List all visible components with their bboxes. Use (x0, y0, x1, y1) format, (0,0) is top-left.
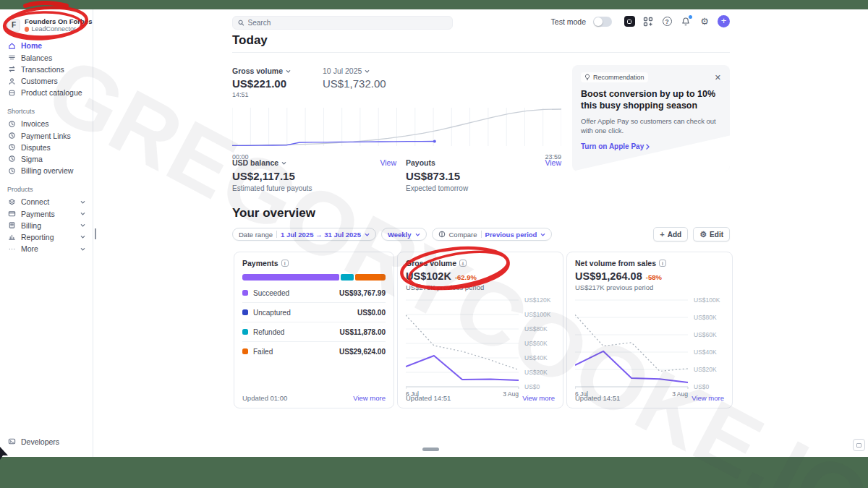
row-label: Uncaptured (253, 309, 291, 317)
info-icon[interactable]: i (659, 260, 666, 267)
status-dot (242, 309, 248, 315)
svg-text:US$0: US$0 (524, 383, 540, 390)
developers-terminal-icon (7, 437, 16, 446)
billing-icon (7, 221, 16, 230)
view-more-link[interactable]: View more (692, 394, 724, 402)
compare-date-row[interactable]: 10 Jul 2025 (323, 67, 386, 75)
sidebar-item-label: Disputes (21, 143, 51, 152)
sidebar-item-more[interactable]: More (6, 243, 87, 254)
usd-balance-subtext: Estimated future payouts (232, 184, 396, 192)
sidebar-item-home[interactable]: Home (6, 40, 87, 51)
apps-grid-icon[interactable] (642, 16, 654, 27)
usd-balance-label: USD balance (232, 158, 278, 167)
sidebar-scrollbar-thumb[interactable] (95, 228, 96, 239)
compare-label: Compare (449, 231, 477, 239)
home-icon (7, 41, 16, 50)
info-icon[interactable]: i (459, 260, 467, 267)
svg-text:US$100K: US$100K (524, 311, 551, 318)
sidebar-item-customers[interactable]: Customers (6, 75, 87, 87)
settings-gear-icon[interactable]: ⚙ (699, 16, 710, 27)
view-more-link[interactable]: View more (353, 394, 386, 402)
sidebar-item-invoices[interactable]: Invoices (6, 118, 87, 129)
payments-row-failed[interactable]: Failed US$29,624.00 (242, 342, 386, 361)
recommendation-title: Boost conversion by up to 10% this busy … (581, 88, 721, 112)
gross-volume-card-title: Gross volume (406, 259, 456, 267)
payments-row-uncaptured[interactable]: Uncaptured US$0.00 (242, 303, 386, 322)
chevron-down-icon[interactable] (281, 160, 286, 166)
svg-text:US$100K: US$100K (694, 296, 720, 304)
net-volume-amount: US$91,264.08 (575, 270, 642, 282)
info-icon[interactable]: i (281, 260, 289, 267)
svg-text:US$80K: US$80K (524, 325, 548, 333)
help-icon[interactable]: ? (661, 16, 673, 27)
notifications-bell-icon[interactable] (680, 16, 692, 27)
recommendation-body: Offer Apple Pay so customers can check o… (581, 116, 721, 136)
sidebar-item-label: Invoices (21, 119, 49, 128)
balances-section: USD balance View US$2,117.15 Estimated f… (232, 158, 561, 192)
sidebar-item-label: Billing overview (21, 166, 73, 175)
compare-filter[interactable]: Compare Previous period (432, 228, 553, 241)
search-input[interactable] (248, 19, 447, 27)
sidebar-item-balances[interactable]: Balances (6, 52, 87, 64)
updated-timestamp: Updated 14:51 (406, 394, 451, 402)
payouts-view-link[interactable]: View (545, 158, 561, 167)
close-icon[interactable]: ✕ (715, 74, 721, 82)
date-range-filter[interactable]: Date range 1 Jul 2025 → 31 Jul 2025 (232, 228, 376, 241)
test-mode-toggle[interactable] (593, 17, 612, 27)
letterbox-top-bar (0, 0, 868, 9)
previous-period-text: US$275K previous period (406, 283, 555, 291)
sidebar-item-label: Sigma (21, 155, 43, 163)
sidebar-item-billing[interactable]: Billing (6, 220, 87, 231)
today-gross-volume-chart: 00:00 23:59 (232, 106, 561, 160)
usd-balance-view-link[interactable]: View (380, 158, 396, 167)
clock-icon (7, 119, 16, 128)
sidebar-item-payments[interactable]: Payments (6, 207, 87, 219)
plus-icon: + (660, 230, 664, 239)
chevron-down-icon (80, 22, 85, 27)
turn-on-apple-pay-link[interactable]: Turn on Apple Pay (581, 142, 721, 150)
command-palette-icon[interactable] (624, 16, 635, 27)
more-icon (7, 244, 16, 253)
view-more-link[interactable]: View more (522, 394, 555, 402)
clock-icon (7, 166, 16, 175)
picture-in-picture-icon[interactable] (853, 439, 865, 451)
svg-text:US$40K: US$40K (524, 354, 548, 361)
search-icon (238, 20, 244, 26)
sidebar-item-billing-overview[interactable]: Billing overview (6, 165, 87, 176)
leadconnector-logo-icon (25, 27, 29, 32)
create-plus-button[interactable]: + (718, 15, 730, 27)
payouts-subtext: Expected tomorrow (406, 184, 561, 192)
bar-segment-failed (355, 274, 386, 281)
payments-row-refunded[interactable]: Refunded US$11,878.00 (242, 322, 386, 342)
test-mode-label: Test mode (551, 17, 586, 26)
granularity-filter[interactable]: Weekly (381, 228, 427, 241)
net-volume-delta: -58% (646, 273, 662, 281)
payments-row-succeeded[interactable]: Succeeded US$93,767.99 (242, 283, 386, 303)
chevron-down-icon (80, 234, 85, 239)
edit-button[interactable]: ⚙ Edit (693, 227, 730, 241)
sidebar-item-transactions[interactable]: Transactions (6, 64, 87, 75)
status-dot (242, 329, 248, 335)
sidebar-item-developers[interactable]: Developers (6, 436, 87, 448)
today-heading: Today (232, 33, 268, 48)
account-avatar: F (7, 19, 20, 32)
payouts-block: Payouts View US$873.15 Expected tomorrow (406, 158, 561, 192)
clock-icon (7, 155, 16, 163)
account-switcher[interactable]: F Founders On Forbes LeadConnector (6, 16, 87, 40)
row-value: US$93,767.99 (339, 289, 386, 297)
sidebar-item-connect[interactable]: Connect (6, 196, 87, 207)
sidebar-item-sigma[interactable]: Sigma (6, 153, 87, 165)
global-search[interactable] (232, 16, 453, 30)
sidebar-item-product-catalogue[interactable]: Product catalogue (6, 87, 87, 98)
sidebar-item-label: Home (21, 41, 42, 50)
sidebar-item-reporting[interactable]: Reporting (6, 231, 87, 243)
add-button[interactable]: + Add (653, 227, 688, 241)
payouts-value: US$873.15 (406, 170, 561, 182)
horizontal-scrollbar-thumb[interactable] (422, 448, 439, 451)
sidebar-item-label: Product catalogue (21, 88, 82, 97)
gross-volume-label-row[interactable]: Gross volume (232, 67, 291, 75)
compare-date-value: US$1,732.00 (323, 77, 386, 90)
sidebar-item-disputes[interactable]: Disputes (6, 142, 87, 153)
sidebar-item-payment-links[interactable]: Payment Links (6, 130, 87, 142)
divider (232, 52, 730, 53)
